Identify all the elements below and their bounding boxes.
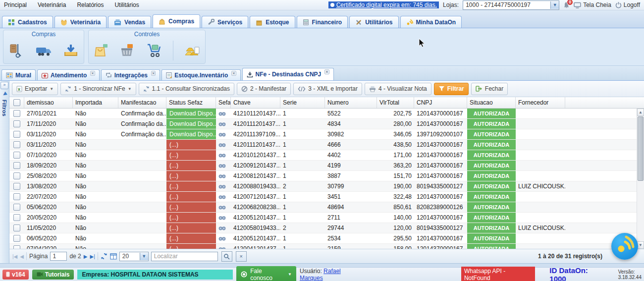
column-header-serie[interactable]: Serie [280,97,325,108]
close-icon[interactable]: × [324,69,329,74]
first-page-icon[interactable]: |◀ [12,254,17,259]
status-sefaz-badge[interactable]: (...) [166,202,216,212]
sefaz-view-cell[interactable] [216,223,231,233]
status-sefaz-badge[interactable]: (...) [166,181,216,191]
tab-servi-os[interactable]: Serviços [202,16,248,28]
status-sefaz-badge[interactable]: (...) [166,192,216,202]
scroll-down-icon[interactable]: ▼ [637,241,644,249]
table-row[interactable]: 05/06/2020Não(...)4120068208238...148694… [9,202,644,213]
sefaz-view-cell[interactable] [216,233,231,243]
logoff-button[interactable]: Logoff [615,1,640,8]
column-header-importada[interactable]: Importada [73,97,118,108]
row-checkbox[interactable] [9,213,24,223]
status-sefaz-badge[interactable]: Download Dispo... [166,109,216,118]
clear-search-icon[interactable]: × [236,251,247,262]
row-checkbox[interactable] [9,233,24,243]
expand-filters-icon[interactable]: » [0,82,8,89]
column-chooser-icon[interactable] [110,253,117,260]
vertical-scrollbar[interactable]: ▲ ▼ [637,109,644,249]
version-badge[interactable]: v164 [2,270,29,280]
table-row[interactable]: 03/11/2020Não(...)4120111201437...146664… [9,140,644,150]
next-page-icon[interactable]: ▶ [84,254,88,259]
table-row[interactable]: 07/04/2020Não(...)4120041201437...121591… [9,244,644,249]
row-checkbox[interactable] [9,109,24,118]
row-checkbox[interactable] [9,129,24,139]
column-header-fornecedor[interactable]: Fornecedor [516,97,565,108]
sefaz-view-cell[interactable] [216,119,231,129]
subtab-atendimento[interactable]: Atendimento× [37,69,100,80]
tab-financeiro[interactable]: Financeiro [297,16,348,28]
sefaz-view-cell[interactable] [216,150,231,160]
toolbar-button-fechar[interactable]: Fechar [471,83,508,95]
shopbag-icon[interactable] [94,43,108,58]
row-checkbox[interactable] [9,119,24,129]
table-row[interactable]: 25/08/2020Não(...)4120081201437...138871… [9,171,644,181]
sefaz-view-cell[interactable] [216,213,231,223]
tab-compras[interactable]: Compras [153,14,200,28]
status-sefaz-badge[interactable]: (...) [166,233,216,243]
subtab-integra-es[interactable]: Integrações× [101,69,161,80]
column-header-situacao[interactable]: Situacao [467,97,516,108]
column-header-chave[interactable]: Chave [231,97,280,108]
pin-icon[interactable]: ◀ [1,91,8,97]
status-sefaz-badge[interactable]: (...) [166,150,216,160]
status-sefaz-badge[interactable]: (...) [166,213,216,223]
table-row[interactable]: 11/05/2020Não(...)4120058019433...229744… [9,223,644,233]
toolbar-button-2-manifestar[interactable]: 2 - Manifestar [237,83,291,95]
column-header-dtemissao[interactable]: dtemissao [24,97,73,108]
chat-widget-button[interactable] [611,233,638,260]
column-header-status_sefaz[interactable]: Status Sefaz [166,97,216,108]
row-checkbox[interactable] [9,161,24,170]
status-sefaz-badge[interactable]: (...) [166,161,216,170]
row-checkbox[interactable] [9,223,24,233]
status-sefaz-badge[interactable]: Download Dispo... [166,119,216,129]
tab-estoque[interactable]: Estoque [250,16,295,28]
table-row[interactable]: 22/07/2020Não(...)4120071201437...134513… [9,192,644,202]
sefaz-view-cell[interactable] [216,244,231,249]
close-icon[interactable]: × [231,71,236,76]
tab-veterin-ria[interactable]: Veterinária [54,16,107,28]
scroll-up-icon[interactable]: ▲ [637,109,644,116]
menu-item[interactable]: Principal [4,1,27,8]
menu-item[interactable]: Veterinária [38,1,66,8]
toolbar-button-exportar[interactable]: xExportar▼ [12,83,58,95]
page-input[interactable]: 1 [50,252,67,261]
sefaz-view-cell[interactable] [216,192,231,202]
tab-cadastros[interactable]: Cadastros [2,16,53,28]
last-page-icon[interactable]: ▶| [90,254,95,259]
tab-utilit-rios[interactable]: Utilitários [349,16,398,28]
prev-page-icon[interactable]: ◀ [20,254,24,259]
row-checkbox[interactable] [9,181,24,191]
status-sefaz-badge[interactable]: (...) [166,244,216,249]
table-row[interactable]: 27/01/2021NãoConfirmação da...Download D… [9,109,644,119]
table-row[interactable]: 17/11/2020NãoConfirmação da...Download D… [9,119,644,129]
basket-icon[interactable] [119,43,135,58]
page-size-select[interactable]: 20 ▼ [119,252,149,261]
menu-item[interactable]: Relatórios [77,1,104,8]
gold-icon[interactable] [184,43,200,58]
column-header-numero[interactable]: Numero [325,97,377,108]
handtruck-icon[interactable] [8,43,24,58]
close-icon[interactable]: × [90,71,95,76]
toolbar-button-4-visualizar-nota[interactable]: 4 - Visualizar Nota [365,83,431,95]
import-icon[interactable] [63,43,79,58]
sefaz-view-cell[interactable] [216,202,231,212]
table-row[interactable]: 13/08/2020Não(...)4120088019433...230799… [9,181,644,192]
menu-item[interactable]: Utilitários [114,1,139,8]
sefaz-view-cell[interactable] [216,181,231,191]
column-header-vlrtotal[interactable]: VlrTotal [377,97,414,108]
select-all-checkbox[interactable] [9,97,24,108]
row-checkbox[interactable] [9,150,24,160]
sefaz-view-cell[interactable] [216,109,231,118]
close-icon[interactable]: × [151,71,156,76]
scrollbar-thumb[interactable] [638,116,644,181]
status-sefaz-badge[interactable]: (...) [166,140,216,150]
column-header-manifestacao[interactable]: Manifestacao [118,97,166,108]
status-sefaz-badge[interactable]: (...) [166,171,216,181]
status-sefaz-badge[interactable]: Download Dispo... [166,129,216,139]
toolbar-button-3-xml-e-importar[interactable]: 3 - XML e Importar [293,83,362,95]
filters-panel-collapsed[interactable]: » ◀ Filtros [0,81,9,263]
row-checkbox[interactable] [9,202,24,212]
table-row[interactable]: 20/05/2020Não(...)4120051201437...127111… [9,213,644,223]
table-row[interactable]: 18/09/2020Não(...)4120091201437...141993… [9,161,644,171]
